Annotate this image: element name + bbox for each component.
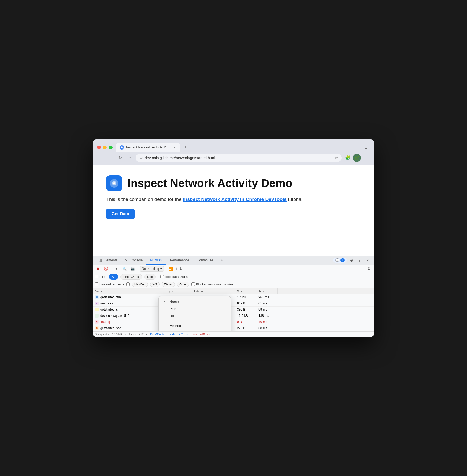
- time-cell: 261 ms: [256, 295, 278, 299]
- filter-toggle-button[interactable]: ▼: [113, 266, 119, 272]
- menu-item-status[interactable]: Status: [159, 329, 231, 331]
- table-row[interactable]: C main.css: [93, 300, 165, 307]
- tab-performance[interactable]: Performance: [166, 256, 193, 264]
- page-header: Inspect Network Activity Demo: [106, 175, 361, 191]
- search-button[interactable]: 🔍: [121, 266, 127, 272]
- console-badge: 💬 1: [333, 258, 347, 263]
- size-cell: 16.0 kB: [235, 314, 256, 318]
- filter-checkbox-input[interactable]: [95, 275, 98, 278]
- blocked-requests-checkbox[interactable]: [95, 282, 98, 286]
- size-header: Size: [235, 288, 256, 294]
- extensions-button[interactable]: 🧩: [344, 154, 352, 162]
- devtools-link[interactable]: Inspect Network Activity In Chrome DevTo…: [183, 197, 287, 202]
- tab-more[interactable]: »: [217, 256, 226, 264]
- active-tab[interactable]: Inspect Network Activity Dem ×: [116, 143, 180, 152]
- filter-chip-other[interactable]: Other: [177, 282, 189, 287]
- throttle-select[interactable]: No throttling ▾: [140, 266, 164, 272]
- file-name: main.css: [100, 302, 113, 305]
- menu-item-name[interactable]: Name: [159, 298, 231, 305]
- home-button[interactable]: ⌂: [126, 154, 134, 162]
- address-input[interactable]: 🛡 devtools.glitch.me/network/getstarted.…: [136, 154, 342, 162]
- bookmark-icon[interactable]: ☆: [334, 155, 338, 160]
- chat-icon: 💬: [335, 258, 339, 262]
- png-file-icon: ✕: [95, 320, 99, 324]
- minimize-traffic-light[interactable]: [103, 146, 107, 149]
- filter-chip-wasm[interactable]: Wasm: [162, 282, 175, 287]
- title-bar: Inspect Network Activity Dem × + ⌄: [93, 139, 374, 152]
- devtools-close-btn[interactable]: ×: [364, 257, 371, 264]
- menu-label: Name: [169, 300, 179, 304]
- table-row[interactable]: {} getstarted.json: [93, 325, 165, 331]
- table-row[interactable]: H getstarted.html: [93, 294, 165, 300]
- table-row[interactable]: J getstarted.js: [93, 307, 165, 313]
- blocked-cookies-label: Blocked response cookies: [191, 282, 233, 286]
- dom-content-loaded: DOMContentLoaded: 271 ms: [150, 333, 188, 336]
- time-cell: 70 ms: [256, 320, 278, 324]
- menu-divider: [159, 321, 231, 321]
- throttle-label: No throttling: [142, 267, 159, 271]
- screenshot-button[interactable]: 📷: [129, 266, 135, 272]
- css-file-icon: C: [95, 302, 99, 305]
- devtools-panel: ◫ Elements >_ Console Network Performanc…: [93, 256, 374, 337]
- devtools-actions: 💬 1 ⚙ ⋮ ×: [333, 257, 372, 264]
- menu-item-path[interactable]: Path: [159, 305, 231, 313]
- back-button[interactable]: ←: [97, 154, 105, 162]
- table-row[interactable]: ✕ 48.png: [93, 319, 165, 325]
- name-header-label: Name: [95, 289, 163, 293]
- tab-dropdown-button[interactable]: ⌄: [362, 144, 370, 152]
- filter-chip-ws[interactable]: WS: [150, 282, 160, 287]
- tab-network[interactable]: Network: [146, 256, 166, 265]
- wifi-icon[interactable]: 📶: [168, 267, 173, 271]
- hide-data-urls-label: Hide data URLs: [160, 275, 188, 279]
- network-settings-button[interactable]: ⚙: [366, 266, 372, 272]
- filter-checkbox-label: Filter: [95, 275, 107, 279]
- table-row[interactable]: I devtools-square-512.p: [93, 313, 165, 319]
- address-icons: ☆: [334, 155, 338, 160]
- devtools-settings-btn[interactable]: ⚙: [348, 257, 355, 264]
- hide-data-urls-checkbox[interactable]: [160, 275, 164, 278]
- file-name: getstarted.html: [100, 295, 121, 299]
- upload-icon[interactable]: ⬆: [175, 267, 178, 271]
- img-file-icon: I: [95, 314, 99, 318]
- filter-row: Filter All Fetch/XHR Doc Hide data URLs: [93, 273, 374, 281]
- page-title: Inspect Network Activity Demo: [128, 177, 292, 190]
- tab-elements[interactable]: ◫ Elements: [95, 256, 121, 264]
- profile-button[interactable]: 🌿: [353, 154, 361, 162]
- tab-close-button[interactable]: ×: [172, 145, 176, 150]
- menu-item-method[interactable]: Method: [159, 322, 231, 329]
- finish-time: Finish: 2.33 s: [129, 333, 147, 336]
- new-tab-button[interactable]: +: [181, 143, 190, 152]
- download-icon[interactable]: ⬇: [179, 267, 183, 271]
- page-content: Inspect Network Activity Demo This is th…: [93, 165, 374, 256]
- right-table-header: Type Initiator Size Time: [165, 288, 374, 294]
- filter-chip-manifest[interactable]: Manifest: [132, 282, 148, 287]
- filter-chip-doc[interactable]: Doc: [144, 274, 156, 280]
- clear-button[interactable]: 🚫: [103, 266, 109, 272]
- more-options-button[interactable]: ⋮: [362, 154, 370, 162]
- get-data-button[interactable]: Get Data: [106, 209, 135, 219]
- initiator-header: Initiator: [192, 288, 235, 294]
- time-cell: 59 ms: [256, 308, 278, 311]
- third-party-label: [126, 282, 130, 286]
- tab-lighthouse[interactable]: Lighthouse: [193, 256, 217, 264]
- size-cell: 276 B: [235, 326, 256, 330]
- menu-label: Path: [169, 307, 177, 311]
- forward-button[interactable]: →: [107, 154, 114, 162]
- maximize-traffic-light[interactable]: [109, 146, 113, 149]
- menu-item-url[interactable]: Url: [159, 313, 231, 320]
- record-button[interactable]: ⏺: [95, 266, 101, 272]
- browser-actions: 🧩 🌿 ⋮: [344, 154, 370, 162]
- devtools-more-btn[interactable]: ⋮: [356, 257, 363, 264]
- tab-console[interactable]: >_ Console: [121, 256, 146, 264]
- time-cell: 61 ms: [256, 302, 278, 305]
- transfer-size: 18.9 kB tra: [112, 333, 126, 336]
- blocked-requests-text: Blocked requests: [99, 282, 124, 286]
- close-traffic-light[interactable]: [97, 146, 101, 149]
- third-party-checkbox[interactable]: [126, 282, 130, 286]
- blocked-cookies-checkbox[interactable]: [191, 282, 195, 286]
- filter-chip-fetch[interactable]: Fetch/XHR: [120, 274, 142, 280]
- filter-chip-all[interactable]: All: [109, 274, 118, 280]
- reload-button[interactable]: ↻: [116, 154, 124, 162]
- name-column-header: Name: [93, 288, 165, 294]
- tab-favicon: [120, 145, 124, 150]
